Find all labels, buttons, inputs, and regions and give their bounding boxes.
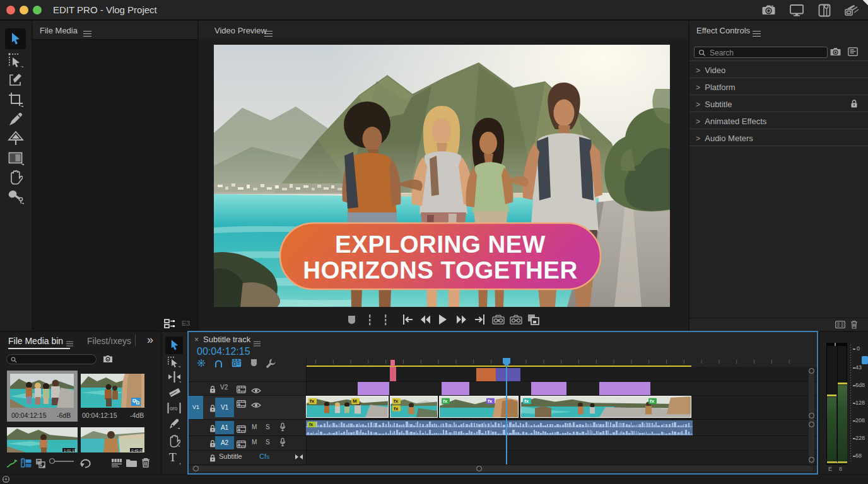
svg-text:oro: oro xyxy=(170,405,178,412)
svg-text:fx: fx xyxy=(443,399,448,405)
svg-text:fx: fx xyxy=(650,399,655,405)
svg-text:fx: fx xyxy=(310,399,315,405)
svg-text:EXPLORING NEW: EXPLORING NEW xyxy=(335,231,546,258)
svg-text:HORIZONS TOGETHER: HORIZONS TOGETHER xyxy=(303,256,578,284)
svg-text:0:45:08: 0:45:08 xyxy=(131,449,144,452)
svg-text:fx: fx xyxy=(488,399,493,405)
svg-text:fx: fx xyxy=(309,422,313,427)
svg-text:fx: fx xyxy=(394,406,399,412)
svg-text:M: M xyxy=(353,399,357,405)
svg-text:fx: fx xyxy=(524,399,529,405)
svg-text:1:01:15: 1:01:15 xyxy=(64,449,77,452)
svg-text:fx: fx xyxy=(394,399,399,405)
